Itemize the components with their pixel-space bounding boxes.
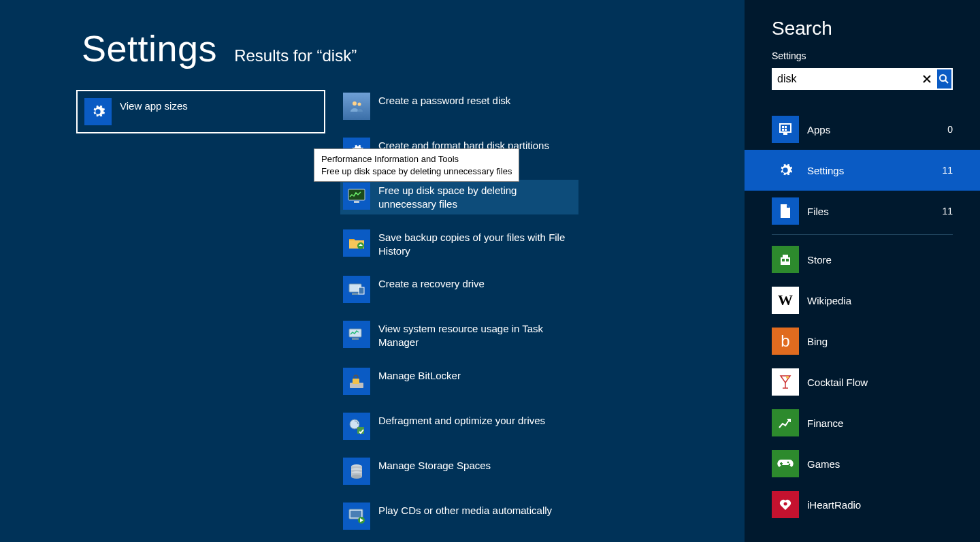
svg-rect-29 <box>785 129 787 131</box>
svg-rect-2 <box>348 189 365 200</box>
result-view-app-sizes[interactable]: View app sizes <box>76 90 325 133</box>
svg-rect-6 <box>352 293 359 295</box>
scope-wikipedia[interactable]: W Wikipedia <box>745 280 980 321</box>
lock-icon <box>343 368 370 395</box>
svg-rect-7 <box>359 287 364 294</box>
svg-rect-30 <box>783 133 787 135</box>
results-subtitle: Results for “disk” <box>234 46 357 65</box>
svg-point-33 <box>789 464 791 466</box>
result-storage-spaces[interactable]: Manage Storage Spaces <box>340 455 578 488</box>
search-pane-title: Search <box>772 18 953 39</box>
scope-label: Settings <box>807 165 844 176</box>
scope-finance[interactable]: Finance <box>745 402 980 443</box>
svg-rect-27 <box>785 126 787 128</box>
results-column-a: View app sizes <box>82 90 320 542</box>
search-input[interactable] <box>772 68 919 90</box>
bing-icon: b <box>772 328 799 355</box>
games-icon <box>772 450 799 477</box>
scope-apps[interactable]: Apps 0 <box>745 109 980 150</box>
results-pane: Settings Results for “disk” View app siz… <box>0 0 745 542</box>
scope-files[interactable]: Files 11 <box>745 191 980 232</box>
scope-iheartradio[interactable]: iHeartRadio <box>745 484 980 525</box>
scope-label: Cocktail Flow <box>807 377 868 388</box>
scope-bing[interactable]: b Bing <box>745 321 980 362</box>
scope-label: Wikipedia <box>807 295 851 306</box>
svg-point-0 <box>353 101 357 106</box>
gear-icon <box>84 98 112 125</box>
monitor-icon <box>343 182 370 210</box>
result-label: Manage Storage Spaces <box>378 458 491 473</box>
page-title: Settings <box>82 27 217 69</box>
svg-point-34 <box>784 503 787 506</box>
search-context-label: Settings <box>772 50 953 61</box>
svg-rect-22 <box>350 511 361 517</box>
result-defragment[interactable]: Defragment and optimize your drives <box>340 410 578 443</box>
scope-divider <box>772 234 953 235</box>
scope-cocktail-flow[interactable]: Cocktail Flow <box>745 362 980 402</box>
svg-rect-3 <box>354 201 359 203</box>
result-label: Free up disk space by deleting unnecessa… <box>378 182 576 212</box>
result-label: Create a password reset disk <box>378 93 510 108</box>
svg-rect-9 <box>352 338 359 340</box>
svg-rect-26 <box>782 126 784 128</box>
scope-label: Games <box>807 458 840 470</box>
result-label: Play CDs or other media automatically <box>378 503 552 517</box>
recovery-drive-icon <box>343 276 370 303</box>
scope-count: 0 <box>947 124 953 135</box>
task-manager-icon <box>343 321 370 348</box>
autoplay-icon <box>343 503 370 530</box>
defragment-icon <box>343 413 370 440</box>
result-label: Save backup copies of your files with Fi… <box>378 229 576 259</box>
svg-point-1 <box>358 103 361 106</box>
finance-icon <box>772 409 799 436</box>
header: Settings Results for “disk” <box>82 27 745 69</box>
scope-count: 11 <box>942 206 953 217</box>
scope-count: 11 <box>942 165 953 176</box>
result-label: Manage BitLocker <box>378 368 461 383</box>
result-free-disk-space[interactable]: Free up disk space by deleting unnecessa… <box>340 180 578 214</box>
scope-games[interactable]: Games <box>745 443 980 484</box>
clear-search-button[interactable] <box>919 68 936 90</box>
result-label: Create a recovery drive <box>378 276 485 291</box>
cocktail-icon <box>772 368 799 396</box>
gear-icon <box>772 157 799 184</box>
search-pane: Search Settings Apps 0 Settings 11 Files… <box>745 0 980 542</box>
scope-label: Store <box>807 254 832 266</box>
file-icon <box>772 197 799 225</box>
apps-icon <box>772 116 799 143</box>
scope-label: Files <box>807 206 829 217</box>
svg-rect-11 <box>353 379 359 384</box>
result-recovery-drive[interactable]: Create a recovery drive <box>340 273 578 306</box>
result-file-history[interactable]: Save backup copies of your files with Fi… <box>340 227 578 261</box>
svg-point-24 <box>940 75 946 81</box>
result-bitlocker[interactable]: Manage BitLocker <box>340 365 578 398</box>
result-password-reset-disk[interactable]: Create a password reset disk <box>340 90 578 123</box>
storage-icon <box>343 458 370 485</box>
scope-settings[interactable]: Settings 11 <box>745 150 980 191</box>
scope-label: iHeartRadio <box>807 499 861 511</box>
result-label: View app sizes <box>120 98 188 113</box>
scope-label: Apps <box>807 124 830 136</box>
search-box <box>772 68 953 90</box>
scope-label: Bing <box>807 336 828 347</box>
wikipedia-icon: W <box>772 287 799 314</box>
tooltip-title: Performance Information and Tools <box>321 153 512 165</box>
svg-rect-28 <box>782 129 784 131</box>
search-button[interactable] <box>936 68 953 90</box>
tooltip-body: Free up disk space by deleting unnecessa… <box>321 165 512 178</box>
folder-history-icon <box>343 229 370 257</box>
svg-point-31 <box>786 376 789 379</box>
scope-store[interactable]: Store <box>745 239 980 280</box>
iheartradio-icon <box>772 491 799 518</box>
result-label: Defragment and optimize your drives <box>378 413 545 428</box>
svg-point-32 <box>787 462 789 464</box>
tooltip: Performance Information and Tools Free u… <box>314 148 519 182</box>
scope-label: Finance <box>807 417 843 429</box>
result-autoplay[interactable]: Play CDs or other media automatically <box>340 500 578 532</box>
store-icon <box>772 246 799 273</box>
users-icon <box>343 93 370 120</box>
svg-point-20 <box>351 475 362 479</box>
result-label: View system resource usage in Task Manag… <box>378 321 576 350</box>
result-task-manager[interactable]: View system resource usage in Task Manag… <box>340 318 578 353</box>
